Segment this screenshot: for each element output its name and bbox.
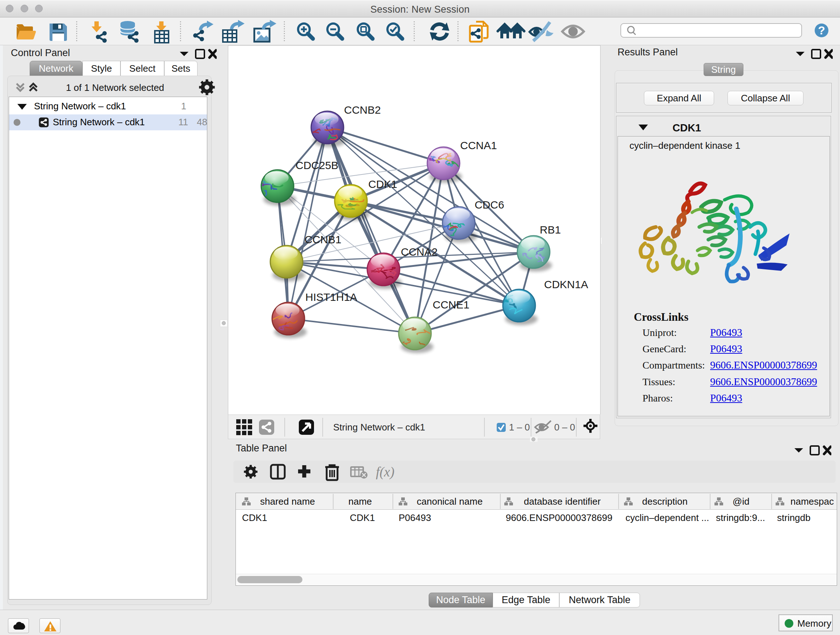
svg-text:stringdb: stringdb <box>777 512 811 523</box>
svg-text:P06493: P06493 <box>399 512 431 523</box>
svg-text:CDK1: CDK1 <box>350 512 375 523</box>
svg-text:?: ? <box>818 24 825 37</box>
svg-text:9606.ENSP00000378699: 9606.ENSP00000378699 <box>506 512 613 523</box>
svg-text:CDKN1A: CDKN1A <box>544 279 588 290</box>
svg-text:CCNA1: CCNA1 <box>460 139 497 151</box>
svg-text:RB1: RB1 <box>540 224 561 236</box>
svg-text:CCNB1: CCNB1 <box>305 233 341 245</box>
svg-text:@id: @id <box>733 496 750 507</box>
svg-text:CCNE1: CCNE1 <box>433 299 470 310</box>
svg-text:CCNB2: CCNB2 <box>344 104 381 116</box>
svg-text:f(x): f(x) <box>376 464 394 480</box>
svg-text:cyclin–dependent ...: cyclin–dependent ... <box>625 512 709 523</box>
svg-text:HIST1H1A: HIST1H1A <box>305 291 357 303</box>
svg-text:1 – 0: 1 – 0 <box>509 422 530 432</box>
svg-text:name: name <box>348 496 372 507</box>
svg-text:CDK1: CDK1 <box>368 178 397 190</box>
svg-text:stringdb:9...: stringdb:9... <box>716 512 765 523</box>
svg-text:CDK1: CDK1 <box>242 512 267 523</box>
svg-text:namespac: namespac <box>790 496 834 507</box>
svg-text:CDC25B: CDC25B <box>295 159 338 171</box>
svg-text:CCNA2: CCNA2 <box>401 246 438 258</box>
svg-text:database identifier: database identifier <box>524 496 601 507</box>
svg-text:canonical name: canonical name <box>417 496 483 507</box>
svg-text:CDC6: CDC6 <box>475 199 504 211</box>
svg-text:shared name: shared name <box>260 496 315 507</box>
svg-text:String Network – cdk1: String Network – cdk1 <box>333 422 425 432</box>
svg-text:description: description <box>642 496 688 507</box>
svg-text:0 – 0: 0 – 0 <box>554 422 575 432</box>
